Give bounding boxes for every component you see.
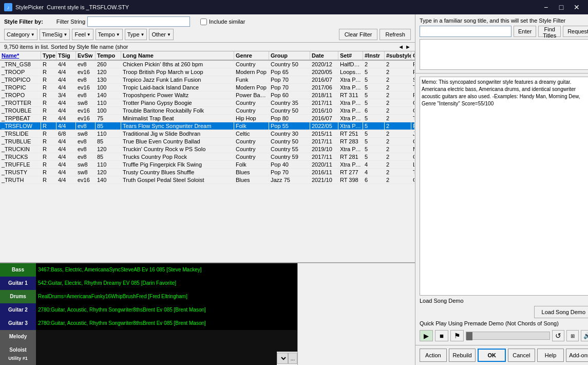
close-button[interactable]: ✕ <box>570 2 584 12</box>
filter-string-input[interactable] <box>87 16 190 27</box>
rebuild-button[interactable]: Rebuild <box>449 349 476 362</box>
song-title-input[interactable] <box>420 26 511 37</box>
loop-button[interactable]: ↺ <box>552 330 564 341</box>
chevron-down-icon: ▼ <box>167 32 171 37</box>
table-row[interactable]: _TRUTHR4/4ev16140Truth Gospel Pedal Stee… <box>0 176 415 184</box>
minimize-button[interactable]: − <box>539 2 553 12</box>
instrument-row[interactable]: Guitar 22780:Guitar, Acoustic, Rhythm So… <box>0 303 297 317</box>
type-dropdown[interactable]: Type ▼ <box>125 29 147 40</box>
table-row[interactable]: _TROTTERR4/4sw8110Trotter Piano Gypsy Bo… <box>0 99 415 107</box>
progress-bar[interactable] <box>466 332 550 340</box>
instrument-row[interactable]: DrumsRealDrums=AmericanaFunky16WhipBrush… <box>0 290 297 303</box>
clear-filter-button[interactable]: Clear Filter <box>339 29 378 40</box>
title-bar: ♪ StylePicker Current style is _TRSFLOW.… <box>0 0 588 14</box>
other-dropdown[interactable]: Other ▼ <box>149 29 173 40</box>
table-row[interactable]: _TRN_GS8R4/4ev8260Chicken Pickin' 8ths a… <box>0 61 415 68</box>
find-titles-button[interactable]: Find Titles <box>538 26 561 37</box>
stop-button[interactable]: ■ <box>435 330 448 341</box>
instrument-row[interactable]: Melody <box>0 330 297 343</box>
enter-button[interactable]: Enter <box>514 26 536 37</box>
th-type[interactable]: Type <box>41 51 56 60</box>
th-othergenres[interactable]: Other Genres <box>411 51 415 60</box>
th-evsw[interactable]: EvSw <box>76 51 96 60</box>
cancel-button[interactable]: Cancel <box>508 349 535 362</box>
th-group[interactable]: Group <box>269 51 310 60</box>
instrument-label: Melody <box>0 330 36 343</box>
addons-button[interactable]: Add-ons <box>566 349 588 362</box>
action-button[interactable]: Action <box>420 349 447 362</box>
ok-button[interactable]: OK <box>478 349 506 362</box>
count-text: 9,750 items in list. Sorted by Style fil… <box>4 44 128 50</box>
help-button[interactable]: Help <box>537 349 564 362</box>
table-row[interactable]: _TROOPR4/4ev16120Troop British Pop March… <box>0 68 415 76</box>
table-row[interactable]: _TROPICOR4/4ev8130Tropico Jazz Funk Lati… <box>0 76 415 84</box>
th-set[interactable]: Set# <box>338 51 363 60</box>
table-row[interactable]: _TRUCKINR4/4ev8120Truckin' Country Rock … <box>0 145 415 153</box>
timesig-dropdown[interactable]: TimeSig ▼ <box>40 29 70 40</box>
table-row[interactable]: _TRPBEATR4/4ev1675Minimalist Trap BeatHi… <box>0 115 415 122</box>
filter-by-label: Style Filter by: <box>4 19 43 25</box>
th-longname[interactable]: Long Name <box>121 51 234 60</box>
th-instr[interactable]: #Instr <box>363 51 385 60</box>
table-row[interactable]: _TRUFFLER4/4sw8110Truffle Pig Fingerpick… <box>0 161 415 169</box>
song-filter-label: Type in a familiar song title, and this … <box>420 17 588 24</box>
midi-button[interactable]: ⊞ <box>566 330 579 341</box>
instrument-row[interactable]: Soloist <box>0 343 297 352</box>
table-row[interactable]: _TRSFLOWR4/4ev885Tears Flow Sync Songwri… <box>0 122 415 130</box>
instrument-info: RealDrums=AmericanaFunky16WhipBrushFred … <box>36 290 297 303</box>
th-genre[interactable]: Genre <box>234 51 269 60</box>
scroll-indicator: ◄ ► <box>398 44 411 50</box>
chevron-down-icon: ▼ <box>31 32 35 37</box>
include-similar-checkbox[interactable] <box>200 19 207 25</box>
instrument-info: 2780:Guitar, Acoustic, Rhythm Songwriter… <box>36 303 297 317</box>
flag-button[interactable]: ⚑ <box>450 330 464 341</box>
include-similar-label[interactable]: Include similar <box>200 19 245 25</box>
utility-row: Utility #1 ... <box>0 352 297 365</box>
table-row[interactable]: _TRSLIDER6/8sw8110Traditional Jig w Slid… <box>0 130 415 138</box>
instrument-row[interactable]: Bass3467:Bass, Electric, AmericanaSyncSt… <box>0 263 297 277</box>
chevron-down-icon: ▼ <box>141 32 145 37</box>
instrument-label: Bass <box>0 263 36 277</box>
request-button[interactable]: Request <box>563 26 588 37</box>
table-row[interactable]: _TRUBLUER4/4ev885True Blue Even Country … <box>0 138 415 145</box>
table-row[interactable]: _TROPICR4/4ev16100Tropic Laid-back Islan… <box>0 84 415 92</box>
th-tsig[interactable]: TSig <box>56 51 76 60</box>
volume-button[interactable]: 🔊 <box>581 330 588 341</box>
chevron-down-icon: ▼ <box>87 32 91 37</box>
instrument-row[interactable]: Guitar 32780:Guitar, Acoustic, Rhythm So… <box>0 317 297 330</box>
filter-section: Style Filter by: Filter String Include s… <box>0 14 415 43</box>
table-row[interactable]: _TRUCKSR4/4ev885Trucks Country Pop RockC… <box>0 153 415 161</box>
dots-button[interactable]: ... <box>288 353 297 364</box>
table-row[interactable]: _TROPOR3/4ev8140Troposhperic Power Waltz… <box>0 92 415 99</box>
instrument-info: 2780:Guitar, Acoustic, Rhythm Songwriter… <box>36 317 297 330</box>
transport-bar: ▶ ■ ⚑ ↺ ⊞ 🔊 <box>420 328 588 343</box>
utility-select[interactable] <box>277 353 288 364</box>
category-dropdown[interactable]: Category ▼ <box>4 29 37 40</box>
load-song-demo-label: Load Song Demo <box>420 298 588 304</box>
instrument-info <box>36 343 297 352</box>
count-bar: 9,750 items in list. Sorted by Style fil… <box>0 43 415 51</box>
tempo-dropdown[interactable]: Tempo ▼ <box>96 29 123 40</box>
maximize-button[interactable]: □ <box>554 2 568 12</box>
filter-string-label: Filter String <box>56 19 85 25</box>
play-button[interactable]: ▶ <box>420 330 433 341</box>
instrument-row[interactable]: Guitar 1542:Guitar, Electric, Rhythm Dre… <box>0 277 297 290</box>
th-tempo[interactable]: Tempo <box>96 51 121 60</box>
feel-dropdown[interactable]: Feel ▼ <box>72 29 93 40</box>
instrument-info: 542:Guitar, Electric, Rhythm Dreamy EV 0… <box>36 277 297 290</box>
table-header: Name* Type TSig EvSw Tempo Long Name Gen… <box>0 51 415 61</box>
th-name[interactable]: Name* <box>0 51 41 60</box>
load-song-demo-button[interactable]: Load Song Demo <box>534 306 588 318</box>
subtitle: Current style is _TRSFLOW.STY <box>47 4 129 10</box>
table-row[interactable]: _TROUBLER4/4ev16100Trouble Baritone Rock… <box>0 107 415 115</box>
refresh-button[interactable]: Refresh <box>380 29 411 40</box>
progress-thumb[interactable] <box>466 332 472 340</box>
app-icon: ♪ <box>4 3 12 11</box>
instrument-label: Guitar 2 <box>0 303 36 317</box>
th-substyles[interactable]: #substyles <box>385 51 411 60</box>
table-row[interactable]: _TRUSTYR4/4sw8120Trusty Country Blues Sh… <box>0 169 415 176</box>
instrument-label: Drums <box>0 290 36 303</box>
chevron-down-icon: ▼ <box>64 32 68 37</box>
memo-text: Memo: This syncopated songwriter style f… <box>420 77 588 296</box>
th-date[interactable]: Date <box>310 51 338 60</box>
